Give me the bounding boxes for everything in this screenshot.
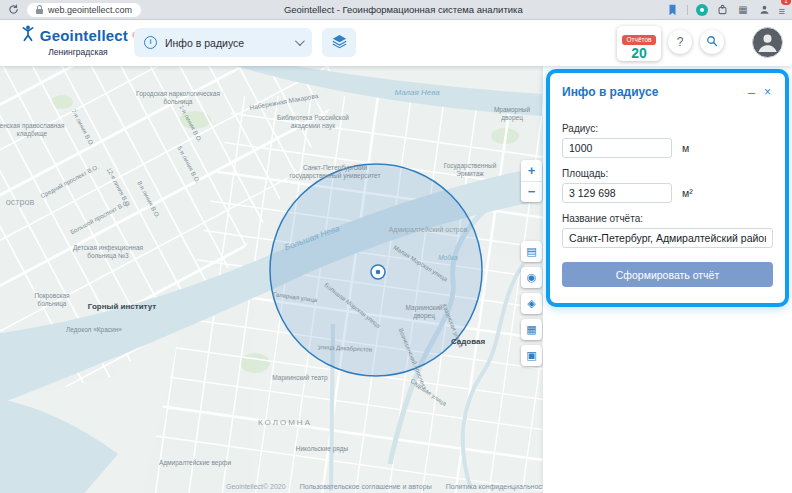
chevron-down-icon [295,36,305,46]
terms-link[interactable]: Пользовательское соглашение и авторы [300,483,432,490]
reports-count: 20 [617,46,661,61]
radius-label: Радиус: [562,123,773,134]
profile-icon[interactable] [758,3,771,16]
bookmark-icon[interactable] [666,3,679,16]
measure-button[interactable]: ◈ [521,293,542,314]
legend-button[interactable]: ▣ [521,345,542,366]
layers-icon [331,33,348,52]
generate-report-button[interactable]: Сформировать отчёт [562,262,773,287]
privacy-link[interactable]: Политика конфиденциальности [446,483,549,490]
extensions-icon[interactable] [716,3,729,16]
zoom-in-button[interactable]: + [521,160,542,181]
map-controls: +− ▤◉◈▦▣ [521,160,542,366]
avatar[interactable] [752,27,783,58]
browser-actions: ▦ ≡ 1 [666,1,785,19]
menu-icon: ≡ [779,5,785,17]
menu-badge: 1 [781,0,791,5]
map-layers-button[interactable] [322,28,356,57]
footer-brand: Geointellect© 2020 [226,483,286,490]
info-radius-panel: Инфо в радиусе – × Радиус: м Площадь: м²… [546,69,789,307]
panel-title: Инфо в радиусе [562,85,658,99]
url-text: web.geointellect.com [48,5,132,15]
export-button[interactable]: ▤ [521,241,542,262]
logo-block: Geointellect ® Ленинградская [20,24,136,57]
tab-title: Geointellect - Геоинформационная система… [148,4,659,15]
divider [687,5,688,15]
minimize-button[interactable]: – [741,86,762,99]
logo-text: Geointellect [40,27,128,44]
area-input[interactable] [562,183,672,203]
reports-widget[interactable]: Отчётов 20 [617,26,661,61]
report-name-label: Название отчёта: [562,213,773,224]
close-icon[interactable]: × [762,86,773,98]
info-icon: i [144,36,157,49]
reload-icon[interactable] [7,3,20,16]
area-unit: м² [682,187,693,199]
report-name-input[interactable] [562,228,773,248]
radius-input[interactable] [562,138,672,158]
user-icon [755,30,780,57]
lock-icon [36,9,43,14]
tool-group: ▤◉◈▦▣ [521,236,542,366]
address-bar[interactable]: web.geointellect.com [27,3,141,17]
marker-button[interactable]: ◉ [521,267,542,288]
zoom-group: +− [521,160,542,202]
tabs-icon[interactable]: ▦ [737,3,750,16]
app-header: Geointellect ® Ленинградская i Инфо в ра… [0,19,792,66]
side-panel: Инфо в радиусе – × Радиус: м Площадь: м²… [543,66,792,493]
radius-unit: м [682,142,689,154]
help-button[interactable]: ? [668,30,692,54]
mode-dropdown-label: Инфо в радиусе [165,37,244,49]
search-button[interactable] [700,30,724,54]
area-label: Площадь: [562,168,773,179]
zoom-out-button[interactable]: − [521,181,542,202]
reports-label: Отчётов [622,35,655,45]
logo-icon [19,24,37,46]
mode-dropdown[interactable]: i Инфо в радиусе [134,28,312,57]
screen: web.geointellect.com Geointellect - Геои… [0,0,792,493]
browser-chrome: web.geointellect.com Geointellect - Геои… [0,0,792,20]
assistant-icon[interactable] [696,4,708,16]
region-selector[interactable]: Ленинградская [20,47,136,57]
radius-center-handle[interactable] [371,265,385,279]
browser-menu[interactable]: ≡ 1 [779,1,785,19]
search-icon [706,35,718,50]
layers-tool-button[interactable]: ▦ [521,319,542,340]
